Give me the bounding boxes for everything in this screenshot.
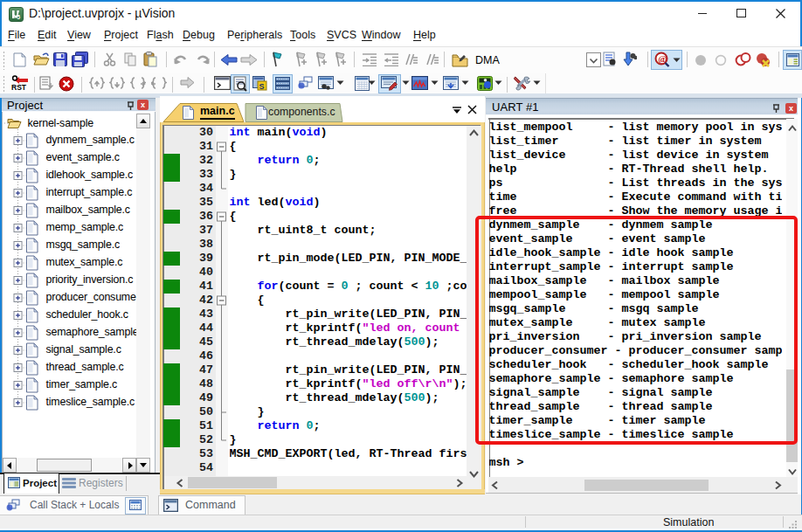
svg-text:S: S (259, 82, 265, 91)
svg-text:@: @ (658, 53, 667, 64)
svg-text:RST: RST (11, 83, 27, 92)
svg-text:5: 5 (17, 14, 21, 20)
